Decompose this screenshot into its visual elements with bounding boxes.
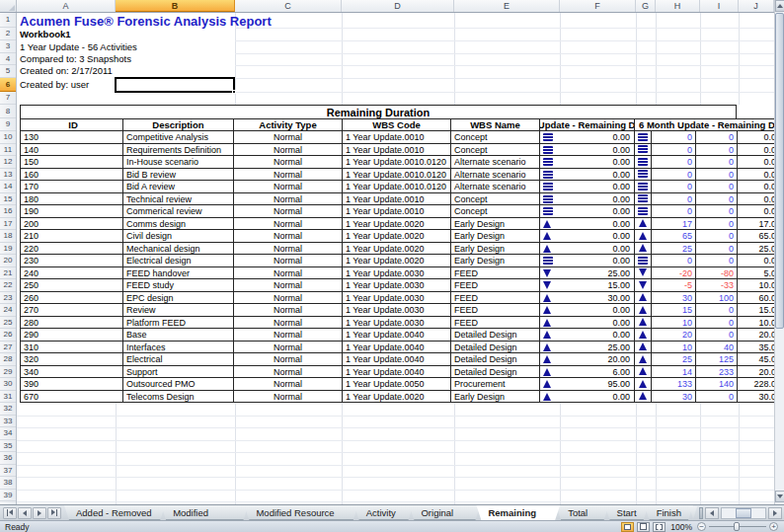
cell-one-year-value[interactable]: 0.00 [539, 205, 634, 218]
cell-percent-change[interactable]: 0 [695, 181, 737, 193]
cell-description[interactable]: Bid A review [122, 181, 233, 193]
cell-delta[interactable]: 0 [651, 169, 695, 182]
cell-trend-icon[interactable] [634, 144, 651, 157]
cell-id[interactable]: 150 [20, 156, 122, 169]
cell-id[interactable]: 260 [20, 292, 122, 305]
cell-id[interactable]: 390 [20, 378, 122, 391]
cell-one-year-value[interactable]: 20.00 [539, 353, 634, 366]
cell-six-month-value[interactable]: 0.00 [737, 205, 774, 218]
cell-six-month-value[interactable]: 0.00 [737, 156, 774, 169]
page-break-view-button[interactable] [653, 522, 666, 532]
cell-activity-type[interactable]: Normal [233, 193, 342, 206]
cell-wbs-code[interactable]: 1 Year Update.0030 [342, 279, 450, 292]
cell-activity-type[interactable]: Normal [233, 131, 342, 144]
cell-id[interactable]: 190 [20, 205, 122, 218]
cell-id[interactable]: 340 [20, 366, 122, 379]
cell-activity-type[interactable]: Normal [233, 353, 342, 366]
cell-delta[interactable]: 0 [651, 144, 695, 157]
scroll-down-button[interactable] [775, 491, 784, 502]
cell-wbs-name[interactable]: Early Design [450, 255, 539, 267]
cell-percent-change[interactable]: 0 [695, 230, 737, 243]
cell-description[interactable]: Civil design [122, 230, 233, 243]
cell-wbs-name[interactable]: FEED [450, 304, 539, 317]
cell-percent-change[interactable]: 0 [695, 304, 737, 317]
cell-trend-icon[interactable] [634, 156, 651, 169]
cell-percent-change[interactable]: 233 [695, 366, 737, 379]
sheet-tab-modified-relationships[interactable]: Modified Relationships [161, 505, 248, 520]
cell-one-year-value[interactable]: 0.00 [539, 255, 634, 267]
cell-activity-type[interactable]: Normal [233, 342, 342, 354]
cell-id[interactable]: 220 [20, 243, 122, 256]
cell-wbs-code[interactable]: 1 Year Update.0040 [342, 342, 450, 354]
cell-six-month-value[interactable]: 5.00 [737, 267, 774, 280]
cell-delta[interactable]: -20 [651, 267, 695, 280]
column-header-g[interactable]: G [636, 0, 656, 12]
header-id[interactable]: ID [20, 118, 122, 131]
horizontal-scroll-thumb[interactable] [736, 508, 751, 518]
cell-activity-type[interactable]: Normal [233, 243, 342, 256]
cell-six-month-value[interactable]: 35.00 [737, 342, 774, 354]
cell-wbs-name[interactable]: Early Design [450, 218, 539, 231]
row-header-31[interactable]: 31 [0, 391, 16, 404]
sheet-tab-remaining-duration[interactable]: Remaining Duration [476, 505, 560, 520]
row-header-26[interactable]: 26 [0, 329, 16, 342]
cell-percent-change[interactable]: 125 [695, 353, 737, 366]
column-header-h[interactable]: H [656, 0, 700, 12]
selected-cell-b6[interactable] [115, 77, 235, 93]
fill-handle[interactable] [232, 90, 236, 94]
cell-trend-icon[interactable] [634, 131, 651, 144]
cell-one-year-value[interactable]: 0.00 [539, 156, 634, 169]
sheet-tab-added-removed-activities[interactable]: Added - Removed Activities [64, 505, 165, 520]
cell-one-year-value[interactable]: 0.00 [539, 131, 634, 144]
cell-wbs-name[interactable]: Detailed Design [450, 353, 539, 366]
cell-percent-change[interactable]: 0 [695, 205, 737, 218]
cell-delta[interactable]: 20 [651, 329, 695, 342]
cell-delta[interactable]: 17 [651, 218, 695, 231]
cell-wbs-code[interactable]: 1 Year Update.0010 [342, 193, 450, 206]
cell-six-month-value[interactable]: 17.00 [737, 218, 774, 231]
cell-id[interactable]: 280 [20, 317, 122, 330]
cell-six-month-value[interactable]: 0.00 [737, 131, 774, 144]
cell-trend-icon[interactable] [634, 255, 651, 267]
cell-one-year-value[interactable]: 0.00 [539, 230, 634, 243]
cell-description[interactable]: Interfaces [122, 342, 233, 354]
vertical-scroll-thumb[interactable] [775, 13, 784, 329]
cell-percent-change[interactable]: 0 [695, 329, 737, 342]
cell-wbs-code[interactable]: 1 Year Update.0020 [342, 218, 450, 231]
cell-activity-type[interactable]: Normal [233, 317, 342, 330]
cell-wbs-code[interactable]: 1 Year Update.0040 [342, 366, 450, 379]
cell-wbs-code[interactable]: 1 Year Update.0010.0120 [342, 169, 450, 182]
cell-id[interactable]: 160 [20, 169, 122, 182]
cell-six-month-value[interactable]: 0.00 [737, 169, 774, 182]
cell-description[interactable]: In-House scenario [122, 156, 233, 169]
cell-wbs-name[interactable]: Alternate scenario [450, 181, 539, 193]
cell-description[interactable]: Bid B review [122, 169, 233, 182]
cell-percent-change[interactable]: 0 [695, 391, 737, 404]
cell-id[interactable]: 670 [20, 391, 122, 404]
cell-wbs-code[interactable]: 1 Year Update.0020 [342, 230, 450, 243]
cell-one-year-value[interactable]: 6.00 [539, 366, 634, 379]
cell-wbs-name[interactable]: Early Design [450, 391, 539, 404]
column-header-c[interactable]: C [235, 0, 342, 12]
cell-description[interactable]: Platform FEED [122, 317, 233, 330]
cell-description[interactable]: Support [122, 366, 233, 379]
cell-delta[interactable]: 14 [651, 366, 695, 379]
column-header-b[interactable]: B [116, 0, 235, 12]
cell-delta[interactable]: 0 [651, 193, 695, 206]
cell-percent-change[interactable]: 0 [695, 156, 737, 169]
cell-activity-type[interactable]: Normal [233, 378, 342, 391]
cell-trend-icon[interactable] [634, 342, 651, 354]
cell-trend-icon[interactable] [634, 391, 651, 404]
row-header-22[interactable]: 22 [0, 279, 16, 292]
row-header-38[interactable]: 38 [0, 477, 16, 490]
cell-six-month-value[interactable]: 60.00 [737, 292, 774, 305]
cell-six-month-value[interactable]: 45.00 [737, 353, 774, 366]
cell-wbs-name[interactable]: Concept [450, 144, 539, 157]
row-header-3[interactable]: 3 [0, 40, 16, 53]
sheet-tab-activity-type[interactable]: Activity Type [354, 505, 414, 520]
cell-trend-icon[interactable] [634, 378, 651, 391]
cell-wbs-name[interactable]: Detailed Design [450, 329, 539, 342]
cell-one-year-value[interactable]: 0.00 [539, 144, 634, 157]
cell-one-year-value[interactable]: 0.00 [539, 317, 634, 330]
cell-trend-icon[interactable] [634, 218, 651, 231]
